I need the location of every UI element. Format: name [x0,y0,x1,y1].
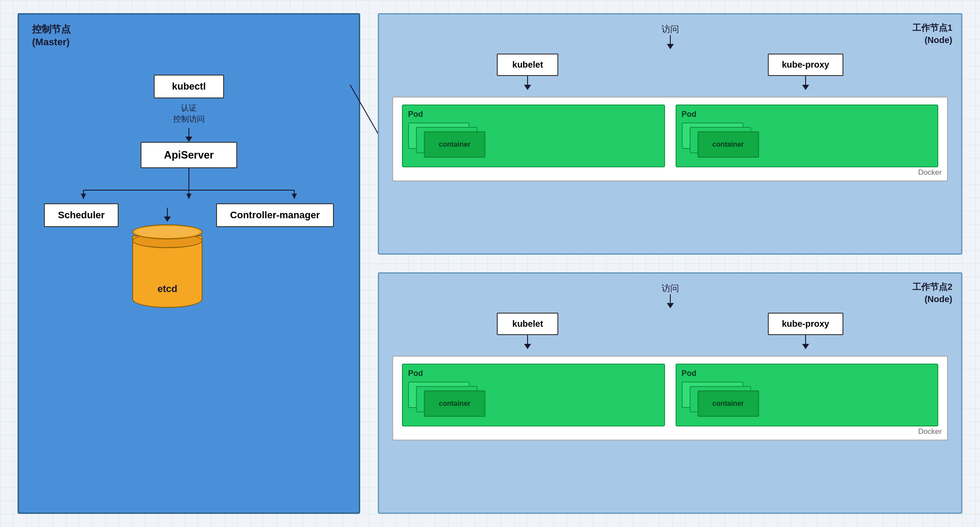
etcd-label: etcd [132,283,203,295]
right-panel: 工作节点1 (Node) 访问 kubelet kube-proxy [378,13,962,514]
worker1-pods: Pod container Pod container [402,105,938,167]
worker1-pod2: Pod container [676,105,939,167]
worker-node-2: 工作节点2 (Node) 访问 kubelet kube-proxy [378,272,962,514]
worker2-pod2-containers: container [682,382,933,421]
worker1-kubelet-arrow-line [527,76,528,85]
master-content: kubectl 认证 控制访问 ApiServer [32,75,346,307]
worker1-access-arrowhead [667,44,674,49]
worker2-pod2-container3: container [698,390,759,417]
worker2-kubelet-col: kubelet [497,313,558,349]
diagram-wrapper: 控制节点 (Master) kubectl 认证 控制访问 ApiServer [0,0,980,527]
worker1-pod2-label: Pod [682,110,933,119]
worker2-pod1: Pod container [402,364,665,426]
worker2-docker-area: Pod container Pod container [392,356,948,440]
arrowhead-1 [185,137,192,142]
worker1-pod1-label: Pod [408,110,659,119]
worker2-pod2-label: Pod [682,369,933,378]
worker2-kubeproxy-arrow-line [805,335,806,344]
worker2-title: 工作节点2 (Node) [912,281,952,305]
branch-area: Scheduler [40,168,338,308]
scheduler-box: Scheduler [44,203,119,227]
worker1-docker-area: Pod container Pod container [392,97,948,181]
worker1-kubeproxy-arrowhead [802,85,809,90]
etcd-cylinder: etcd [132,224,203,308]
worker1-access: 访问 [392,23,948,49]
svg-marker-6 [186,194,192,199]
worker1-kubeproxy-arrow-line [805,76,806,85]
svg-marker-5 [81,194,86,199]
worker2-access: 访问 [392,282,948,308]
worker1-pod2-containers: container [682,123,933,162]
worker2-kubelet-arrow-line [527,335,528,344]
worker2-components-row: kubelet kube-proxy [392,313,948,349]
worker1-docker-label: Docker [918,168,942,177]
scheduler-col: Scheduler [44,203,119,227]
auth-arrow: 认证 控制访问 [173,100,205,141]
worker1-kubeproxy-col: kube-proxy [768,54,843,90]
worker2-kubelet-arrowhead [524,344,531,349]
etcd-col: etcd [132,208,203,308]
bottom-components: Scheduler [40,203,338,308]
worker1-kubelet-arrowhead [524,85,531,90]
worker2-access-line [670,294,671,303]
etcd-top-highlight [136,226,199,238]
worker2-kubeproxy-arrowhead [802,344,809,349]
worker1-title: 工作节点1 (Node) [912,22,952,46]
worker1-kubelet-box: kubelet [497,54,558,76]
worker1-pod1-containers: container [408,123,659,162]
auth-label: 认证 控制访问 [173,103,205,125]
svg-marker-7 [292,194,297,199]
controller-col: Controller-manager [216,203,334,227]
etcd-arrow-line [167,208,168,217]
etcd-arrowhead [164,217,171,222]
master-node: 控制节点 (Master) kubectl 认证 控制访问 ApiServer [18,13,360,514]
worker1-pod2-container3: container [698,131,759,158]
kubectl-box: kubectl [154,75,224,98]
worker1-kubelet-col: kubelet [497,54,558,90]
worker-node-1: 工作节点1 (Node) 访问 kubelet kube-proxy [378,13,962,255]
worker2-access-label: 访问 [662,282,679,294]
master-title: 控制节点 (Master) [32,23,346,48]
controller-box: Controller-manager [216,203,334,227]
worker2-pods: Pod container Pod container [402,364,938,426]
worker1-kubeproxy-box: kube-proxy [768,54,843,76]
worker1-pod1: Pod container [402,105,665,167]
worker2-pod1-container3: container [424,390,485,417]
worker2-docker-label: Docker [918,427,942,436]
worker2-access-arrowhead [667,303,674,308]
worker1-components-row: kubelet kube-proxy [392,54,948,90]
worker2-kubeproxy-col: kube-proxy [768,313,843,349]
apiserver-box: ApiServer [141,142,237,168]
branch-svg [40,168,338,203]
worker1-access-label: 访问 [662,23,679,35]
worker2-pod1-label: Pod [408,369,659,378]
worker1-access-line [670,35,671,44]
worker2-kubeproxy-box: kube-proxy [768,313,843,335]
worker1-pod1-container3: container [424,131,485,158]
arrow-line-1 [188,128,189,137]
worker2-kubelet-box: kubelet [497,313,558,335]
worker2-pod2: Pod container [676,364,939,426]
worker2-pod1-containers: container [408,382,659,421]
